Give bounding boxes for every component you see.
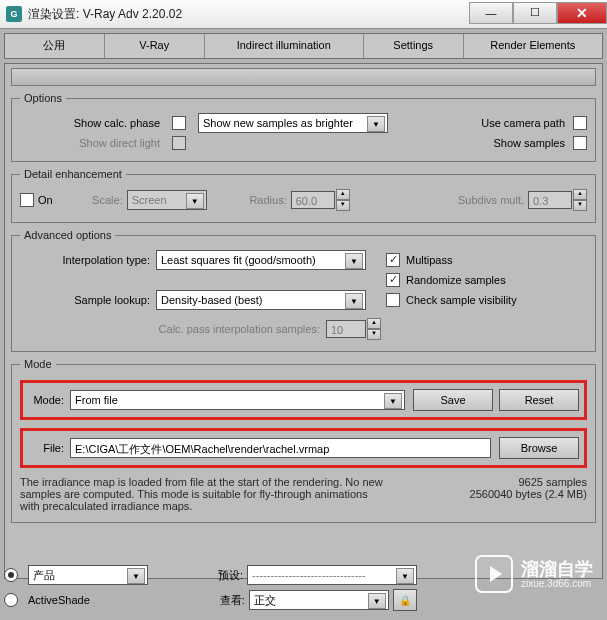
chevron-down-icon: ▼ bbox=[396, 568, 414, 584]
group-advanced-options: Advanced options Interpolation type: Lea… bbox=[11, 229, 596, 352]
chevron-down-icon: ▼ bbox=[368, 593, 386, 609]
select-samples-display-value: Show new samples as brighter bbox=[203, 117, 353, 129]
spinner-down-icon: ▼ bbox=[367, 329, 381, 340]
label-show-direct-light: Show direct light bbox=[20, 137, 160, 149]
select-interpolation-type[interactable]: Least squares fit (good/smooth) ▼ bbox=[156, 250, 366, 270]
maximize-button[interactable]: ☐ bbox=[513, 2, 557, 24]
window-title: 渲染设置: V-Ray Adv 2.20.02 bbox=[28, 6, 182, 23]
chevron-down-icon: ▼ bbox=[345, 293, 363, 309]
highlight-file-row: File: E:\CIGA\工作文件\OEM\Rachel\render\rac… bbox=[20, 428, 587, 468]
spinner-down-icon: ▼ bbox=[573, 200, 587, 211]
checkbox-randomize-samples[interactable] bbox=[386, 273, 400, 287]
lock-button[interactable]: 🔒 bbox=[393, 589, 417, 611]
group-mode-legend: Mode bbox=[20, 358, 56, 370]
mode-description: The irradiance map is loaded from file a… bbox=[20, 476, 390, 512]
checkbox-detail-on[interactable] bbox=[20, 193, 34, 207]
group-options-legend: Options bbox=[20, 92, 66, 104]
tab-settings[interactable]: Settings bbox=[364, 34, 464, 58]
checkbox-show-samples[interactable] bbox=[573, 136, 587, 150]
watermark: 溜溜自学 zixue.3d66.com bbox=[475, 555, 593, 593]
spinner-radius: 60.0 bbox=[291, 191, 335, 209]
file-path-input[interactable]: E:\CIGA\工作文件\OEM\Rachel\render\rachel.vr… bbox=[70, 438, 491, 458]
chevron-down-icon: ▼ bbox=[345, 253, 363, 269]
radio-activeshade[interactable] bbox=[4, 593, 18, 607]
select-scale-value: Screen bbox=[132, 194, 167, 206]
tab-indirect-illumination[interactable]: Indirect illumination bbox=[205, 34, 364, 58]
spinner-up-icon: ▲ bbox=[573, 189, 587, 200]
label-mode: Mode: bbox=[28, 394, 64, 406]
close-button[interactable]: ✕ bbox=[557, 2, 607, 24]
save-button[interactable]: Save bbox=[413, 389, 493, 411]
file-path-value: E:\CIGA\工作文件\OEM\Rachel\render\rachel.vr… bbox=[75, 443, 329, 455]
label-sample-lookup: Sample lookup: bbox=[20, 294, 150, 306]
tab-bar: 公用 V-Ray Indirect illumination Settings … bbox=[4, 33, 603, 59]
watermark-url: zixue.3d66.com bbox=[521, 578, 593, 589]
spinner-subdivs-mult: 0.3 bbox=[528, 191, 572, 209]
select-interpolation-value: Least squares fit (good/smooth) bbox=[161, 254, 316, 266]
label-preset: 预设: bbox=[218, 568, 243, 583]
tab-vray[interactable]: V-Ray bbox=[105, 34, 205, 58]
chevron-down-icon: ▼ bbox=[186, 193, 204, 209]
checkbox-show-direct-light bbox=[172, 136, 186, 150]
rollout-header[interactable] bbox=[11, 68, 596, 86]
select-sample-lookup-value: Density-based (best) bbox=[161, 294, 263, 306]
select-product[interactable]: 产品 ▼ bbox=[28, 565, 148, 585]
group-detail-enhancement: Detail enhancement On Scale: Screen ▼ Ra… bbox=[11, 168, 596, 223]
label-show-samples: Show samples bbox=[493, 137, 565, 149]
select-preset[interactable]: ------------------------------- ▼ bbox=[247, 565, 417, 585]
checkbox-use-camera-path[interactable] bbox=[573, 116, 587, 130]
label-multipass: Multipass bbox=[406, 254, 452, 266]
minimize-button[interactable]: — bbox=[469, 2, 513, 24]
label-interpolation-type: Interpolation type: bbox=[20, 254, 150, 266]
label-view: 查看: bbox=[220, 593, 245, 608]
select-mode[interactable]: From file ▼ bbox=[70, 390, 405, 410]
label-radius: Radius: bbox=[207, 194, 287, 206]
select-view[interactable]: 正交 ▼ bbox=[249, 590, 389, 610]
select-preset-value: ------------------------------- bbox=[252, 569, 366, 581]
chevron-down-icon: ▼ bbox=[367, 116, 385, 132]
checkbox-check-sample-visibility[interactable] bbox=[386, 293, 400, 307]
group-detail-legend: Detail enhancement bbox=[20, 168, 126, 180]
select-view-value: 正交 bbox=[254, 593, 276, 608]
select-sample-lookup[interactable]: Density-based (best) ▼ bbox=[156, 290, 366, 310]
select-scale: Screen ▼ bbox=[127, 190, 207, 210]
label-check-sample-visibility: Check sample visibility bbox=[406, 294, 517, 306]
spinner-up-icon: ▲ bbox=[336, 189, 350, 200]
stat-samples: 9625 samples bbox=[470, 476, 587, 488]
reset-button[interactable]: Reset bbox=[499, 389, 579, 411]
radio-product[interactable] bbox=[4, 568, 18, 582]
checkbox-show-calc-phase[interactable] bbox=[172, 116, 186, 130]
label-calc-pass-interp: Calc. pass interpolation samples: bbox=[20, 323, 320, 335]
chevron-down-icon: ▼ bbox=[384, 393, 402, 409]
checkbox-multipass[interactable] bbox=[386, 253, 400, 267]
group-mode: Mode Mode: From file ▼ Save Reset Fi bbox=[11, 358, 596, 523]
select-samples-display[interactable]: Show new samples as brighter ▼ bbox=[198, 113, 388, 133]
group-advanced-legend: Advanced options bbox=[20, 229, 115, 241]
select-mode-value: From file bbox=[75, 394, 118, 406]
browse-button[interactable]: Browse bbox=[499, 437, 579, 459]
label-file: File: bbox=[28, 442, 64, 454]
highlight-mode-row: Mode: From file ▼ Save Reset bbox=[20, 380, 587, 420]
title-bar: G 渲染设置: V-Ray Adv 2.20.02 — ☐ ✕ bbox=[0, 0, 607, 29]
label-use-camera-path: Use camera path bbox=[481, 117, 565, 129]
label-activeshade: ActiveShade bbox=[28, 594, 90, 606]
panel-body: Options Show calc. phase Show new sample… bbox=[4, 63, 603, 579]
tab-common[interactable]: 公用 bbox=[5, 34, 105, 58]
label-detail-on: On bbox=[38, 194, 53, 206]
label-scale: Scale: bbox=[53, 194, 123, 206]
spinner-down-icon: ▼ bbox=[336, 200, 350, 211]
watermark-title: 溜溜自学 bbox=[521, 560, 593, 578]
tab-render-elements[interactable]: Render Elements bbox=[464, 34, 602, 58]
group-options: Options Show calc. phase Show new sample… bbox=[11, 92, 596, 162]
spinner-calc-pass: 10 bbox=[326, 320, 366, 338]
select-product-value: 产品 bbox=[33, 568, 55, 583]
stat-bytes: 2560040 bytes (2.4 MB) bbox=[470, 488, 587, 500]
label-randomize-samples: Randomize samples bbox=[406, 274, 506, 286]
spinner-up-icon: ▲ bbox=[367, 318, 381, 329]
play-icon bbox=[475, 555, 513, 593]
chevron-down-icon: ▼ bbox=[127, 568, 145, 584]
app-icon: G bbox=[6, 6, 22, 22]
label-show-calc-phase: Show calc. phase bbox=[20, 117, 160, 129]
lock-icon: 🔒 bbox=[399, 595, 411, 606]
label-subdivs-mult: Subdivs mult. bbox=[458, 194, 524, 206]
